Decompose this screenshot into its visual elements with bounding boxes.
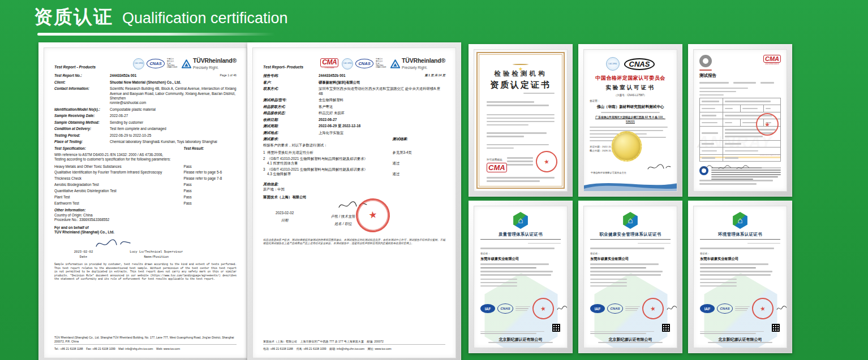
certificate-annray-test-report[interactable]: 测试报告 CMA 2021180014013 [688,44,792,197]
illegible-text-line [507,157,533,159]
field-label: Client: [54,80,110,85]
iaf-logo: IAF [700,304,715,313]
date-label: Date [54,255,113,259]
illegible-text-line [700,279,737,280]
table-cell [700,148,723,154]
tuv-brand-text: TÜVRheinland® [402,57,445,65]
footer-address: TÜV Rheinland (Shanghai) Co., Ltd. Shang… [54,336,237,344]
illegible-text-line [487,121,555,123]
illegible-text-line [700,267,756,269]
cma-number: 17092034088 [320,67,338,70]
red-round-stamp: ★ [756,113,779,136]
accreditation-text-lines [515,305,530,313]
illegible-text-line [590,263,659,265]
illegible-text-line [760,82,774,84]
footer-address: 莱茵技术（上海）有限公司 上海市静安区广中西路 777 弄 177 号上海莱茵大… [263,340,445,344]
standard-line [590,248,671,249]
field-value: 2022-06-27 [110,114,237,118]
illegible-text-line [725,136,763,137]
issuer-address-line [708,340,773,345]
table-cell [700,119,723,126]
field-value: Compostable plastic material [110,107,237,112]
illegible-text-line [598,342,663,343]
test-name: Heavy Metals and Other Toxic Substances [54,164,184,169]
table-cell [700,112,723,119]
table-cell [700,98,723,105]
illegible-text-line [590,282,627,284]
field-label: Testing Period: [54,133,110,138]
illegible-text-line [487,177,555,179]
test-name: 1 傅里叶变换红外光谱定性分析 [263,150,393,155]
illegible-text-line [702,122,717,124]
illegible-text-line [487,114,555,116]
field-label: 测试地点: [263,131,319,135]
certificate-occupational-health-safety[interactable]: 职业健康安全管理体系认证证书 兹证明： 东莞市硕康实业有限公司 IAF CNAS… [578,201,682,353]
field-label: Identification/Model No(s).: [54,107,110,112]
certificate-environmental-management[interactable]: 环境管理体系认证证书 兹证明： 东莞市硕康实业有限公司 IAF CNAS ★ [688,201,792,353]
field-value: Scientific Research Building 4B, Block A… [110,86,237,105]
spec-intro: With reference to ASTM D6400-21 /EN 1343… [54,153,237,162]
cma-number: 2021180014013 [763,63,781,65]
illegible-text-line [480,333,536,334]
cert-body-lines [487,142,555,151]
illegible-text-line [480,267,536,269]
test-name: Aerobic Biodegradation Test [54,183,184,187]
illegible-text-line [480,285,517,287]
qr-code [552,324,560,332]
certify-label: 兹证明： [700,252,780,255]
field-value: Sending by customer [110,120,237,125]
illegible-text-line [700,271,772,272]
field-label: 客户: [263,80,319,85]
gold-foil-seal [612,131,642,162]
illegible-text-line [487,136,524,137]
certificate-quality-management[interactable]: 质量管理体系认证证书 兹证明： 东莞市硕康实业有限公司 IAF CNAS ★ [469,201,573,353]
illegible-text-line [699,91,736,93]
illegible-text-line [700,274,771,276]
cnas-cert-paper: ILAC-MRA CNAS 中国合格评定国家认可委员会 实验室认可证书 （注册号… [583,49,677,192]
certificate-tuv-test-report-cn[interactable]: Test Report- Products CMA 17092034088 IL… [247,42,461,360]
company-address: 广东省佛山市南海区大沥镇盐步横江西路 92 号 A 栋 110、 [590,115,671,119]
section-header: 资质认证 Qualification certification [34,5,288,36]
illegible-text-line [590,333,646,334]
illegible-text-line [711,172,781,173]
cma-license-mark: 许可使用标志 CMA [487,158,507,172]
national-emblem-icon [513,64,528,65]
tuv-triangle-icon [390,59,400,68]
certificate-tuv-test-report-en[interactable]: Test Report - Products ILAC-MRA CNAS 中国认… [38,42,252,360]
illegible-text-line [733,82,756,84]
ems-cert-paper: 环境管理体系认证证书 兹证明： 东莞市硕康实业有限公司 IAF CNAS ★ [693,206,787,348]
red-round-stamp: ★ [641,296,665,321]
issuer-address-line [598,340,663,345]
illegible-text-line [747,243,780,244]
doc-type-label: Test Report- Products [263,65,303,70]
footer-contact: Tel.: +86 21 6108 1188 Fax: +86 21 6108 … [54,344,237,352]
signature-icon [556,305,568,313]
issuer-address-line [488,340,553,345]
report-no-value: 244433452a 001 [110,73,216,78]
illegible-text-line [480,271,553,272]
accreditation-logos-row: IAF CNAS ★ [700,298,780,319]
field-label: Condition at Delivery: [54,127,110,131]
cma-cert-title2: 资质认定证书 [487,80,555,90]
certified-company: 佛山（华南）新材料研究院材料测试中心 [590,105,671,110]
logo-caption-line [699,70,712,71]
illegible-text-line [638,243,671,244]
test-result: Pass [184,195,237,199]
cma-cert-paper: 检验检测机构 资质认定证书 许可使用标志 CMA ★ [474,49,568,192]
field-value: 样品完好 未损坏 [319,111,445,115]
illegible-text-line [742,122,758,124]
illegible-text-line [702,150,717,152]
other-info: 原产地：中国 [263,187,445,192]
standard-line [700,248,780,249]
standard-line [480,248,561,249]
table-cell [723,98,780,105]
ohs-cert-paper: 职业健康安全管理体系认证证书 兹证明： 东莞市硕康实业有限公司 IAF CNAS… [583,206,677,348]
test-result: Please refer to page 5-6 [184,170,237,175]
scope-line [480,267,561,269]
red-round-stamp: ★ [531,296,556,321]
fine-print-lines [590,330,654,335]
certificate-cma-qualification[interactable]: 检验检测机构 资质认定证书 许可使用标志 CMA ★ [469,44,573,197]
accreditation-logos-row: IAF CNAS ★ [480,298,561,319]
certification-body-logo [732,212,749,229]
certificate-cnas-laboratory[interactable]: ILAC-MRA CNAS 中国合格评定国家认可委员会 实验室认可证书 （注册号… [578,44,682,197]
